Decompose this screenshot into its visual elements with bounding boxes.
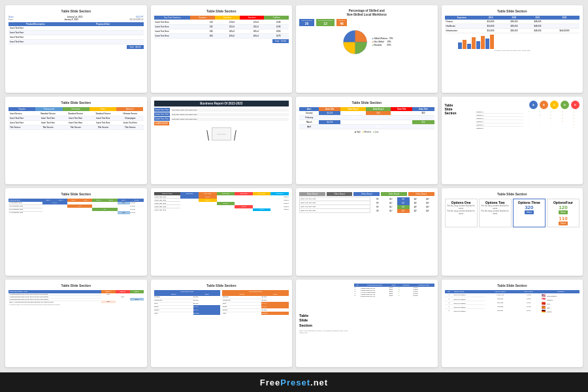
slide-15[interactable]: TableSlideSection Insert your paragraph … bbox=[296, 280, 438, 367]
slide-4-title: Table Slide Section bbox=[497, 9, 527, 14]
slide-1-title: Table Slide Section bbox=[61, 9, 91, 14]
slides-grid: Table Slide Section NameJanuary 1st, 202… bbox=[0, 0, 588, 372]
slide-12-cards: Options One Put the easy content that fi… bbox=[445, 199, 580, 227]
slide-2-title: Table Slide Section bbox=[206, 9, 236, 14]
slide-9[interactable]: Table Slide Section Schedule date Day 1 … bbox=[5, 188, 147, 276]
slide-7[interactable]: Table Slide Section Alert Data Title Dat… bbox=[296, 97, 438, 184]
slide-3-pie: ■ Skilled Workers 70% ■ Non-Skilled 20% … bbox=[340, 27, 393, 57]
slide-6-title: Business Report Of 2022-2023 bbox=[154, 101, 289, 106]
slide-5-table: Insert ServiceStandard ServiceStandard S… bbox=[8, 112, 144, 130]
slide-7-legend: ■ High ■ Medium ■ Low bbox=[355, 131, 378, 133]
slide-6-easel: Presentation bbox=[208, 127, 235, 140]
slide-16-title: Table Slide Section bbox=[497, 284, 527, 288]
slide-1-table: Product/Description Proposed Date Insert… bbox=[8, 22, 144, 44]
slide-2[interactable]: Table Slide Section Your First Teachers … bbox=[151, 5, 293, 93]
slide-3-stats: Skilled workers26 Non-Skilled workers13 … bbox=[299, 19, 434, 27]
slide-1-total: Total $1024 bbox=[8, 45, 144, 49]
slide-16[interactable]: Table Slide Section No Name Article Last… bbox=[442, 280, 583, 367]
slide-5-title: Table Slide Section bbox=[61, 101, 91, 105]
slide-1-meta: NameJanuary 1st, 2025SLID-PP FromJanuary… bbox=[8, 16, 144, 21]
slide-5-tabs: Regular Professional Promotion Sales Adv… bbox=[8, 107, 144, 111]
slide-10-content: NonList 2025 Test Here Test Here Test He… bbox=[154, 192, 289, 211]
slide-14-title: Table Slide Section bbox=[206, 284, 236, 288]
watermark-bar: FreePreset.net bbox=[0, 372, 588, 392]
slide-3-title: Percentage of Skilled andNon-Skilled Loc… bbox=[347, 9, 387, 17]
slide-7-table: Alert Data Title Data Step 2 Data Step 3… bbox=[299, 107, 434, 129]
slide-11[interactable]: Other Brand Other Brand Other Brand Othe… bbox=[296, 188, 438, 276]
slide-12-title: Table Slide Section bbox=[497, 192, 527, 197]
slide-13-title: Table Slide Section bbox=[61, 284, 91, 288]
slide-2-total: Total 75553 bbox=[154, 39, 289, 43]
slide-13-table: Table Description / Title Table A Table … bbox=[8, 290, 144, 303]
slide-11-header-tabs: Other Brand Other Brand Other Brand Othe… bbox=[299, 192, 434, 196]
slide-5[interactable]: Table Slide Section Regular Professional… bbox=[5, 97, 147, 184]
slide-9-title: Table Slide Section bbox=[61, 192, 91, 197]
slide-13-footer: * A sometext directly has some placehold… bbox=[8, 304, 144, 305]
slide-6[interactable]: Business Report Of 2022-2023 Insert Your… bbox=[151, 97, 293, 184]
slide-8-circles: TableSlideSection A B C D E Feature 1✓✓✓… bbox=[445, 101, 580, 129]
slide-7-title: Table Slide Section bbox=[352, 101, 382, 105]
slide-6-content: Insert Your Text Insert text, tables, an… bbox=[154, 108, 289, 126]
slide-9-table: Schedule date Day 1 Day 2 Day 3 Day 4 Da… bbox=[8, 199, 144, 214]
slide-10[interactable]: NonList 2025 Test Here Test Here Test He… bbox=[151, 188, 293, 276]
slide-4-caption: A summary about the full report of any f… bbox=[494, 50, 531, 52]
slide-13[interactable]: Table Slide Section Table Description / … bbox=[5, 280, 147, 367]
slide-14-tables: Sub-Sector 2025 Sector Value Finance$4,5… bbox=[154, 290, 289, 315]
slide-3[interactable]: Percentage of Skilled andNon-Skilled Loc… bbox=[296, 5, 438, 93]
slide-15-content: TableSlideSection Insert your paragraph … bbox=[299, 284, 434, 365]
slide-14[interactable]: Table Slide Section Sub-Sector 2025 Sect… bbox=[151, 280, 293, 367]
slide-1[interactable]: Table Slide Section NameJanuary 1st, 202… bbox=[5, 5, 147, 93]
slide-8[interactable]: TableSlideSection A B C D E Feature 1✓✓✓… bbox=[442, 97, 583, 184]
slide-2-tabs: Your First Teachers Teachers Teachers Te… bbox=[154, 16, 289, 20]
slide-4-table: Expenses 2019 2020 2021 2022 Finance$24,… bbox=[445, 16, 580, 33]
slide-16-table: No Name Article Last 24 Hours Last 7 Day… bbox=[445, 290, 580, 313]
slide-12[interactable]: Table Slide Section Options One Put the … bbox=[442, 188, 583, 276]
watermark-text: FreePreset.net bbox=[260, 378, 328, 387]
slide-4-chart bbox=[458, 35, 566, 49]
slide-4[interactable]: Table Slide Section Expenses 2019 2020 2… bbox=[442, 5, 583, 93]
slide-11-table: Insert Your Text Here 70° 81° 90° 82° 80… bbox=[299, 197, 434, 213]
slide-2-table: Insert Text Here123123+0123+02146 Insert… bbox=[154, 20, 289, 39]
